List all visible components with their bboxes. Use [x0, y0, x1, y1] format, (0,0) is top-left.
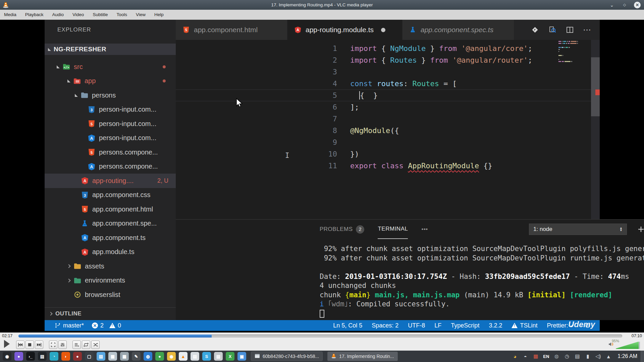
minimize-button[interactable]: ⌄ [608, 2, 615, 8]
taskbar-app-blue-app[interactable]: ◍ [144, 352, 152, 361]
split-editor-button[interactable] [566, 25, 574, 34]
terminal-output[interactable]: 92% after chunk asset optimization Sourc… [320, 244, 644, 318]
taskbar-clock[interactable]: 1:26 AM [618, 353, 637, 359]
previous-button[interactable] [16, 341, 24, 349]
taskbar-app-image-viewer-2[interactable]: ▦ [120, 352, 129, 361]
tab-problems[interactable]: PROBLEMS 2 [320, 220, 364, 239]
tree-item-persons-compone-[interactable]: 5persons.compone... [45, 145, 176, 160]
extended-settings-button[interactable] [58, 341, 67, 349]
taskbar-app-chrome[interactable]: ◉ [167, 352, 176, 361]
tray-language-indicator[interactable]: EN [543, 353, 549, 359]
editor-scrollbar[interactable] [591, 40, 600, 219]
code-line-1[interactable]: 1import { NgModule } from '@angular/core… [176, 43, 591, 54]
tree-item-app-component-spe-[interactable]: app.component.spe... [45, 217, 176, 231]
loop-button[interactable] [82, 341, 90, 349]
taskbar-app-blue-doc[interactable]: ▣ [237, 352, 246, 361]
taskbar-window-files[interactable]: 60b84280-c743-4fc9-b58... [251, 352, 323, 361]
tab-app-component-html[interactable]: 5app.component.html [176, 20, 287, 40]
code-line-7[interactable]: 7 [176, 113, 591, 125]
taskbar-app-violet-app[interactable]: ● [14, 352, 23, 361]
tree-item-browserslist[interactable]: browserslist [45, 288, 176, 302]
code-line-2[interactable]: 2import { Routes } from '@angular/router… [176, 54, 591, 66]
open-preview-button[interactable] [548, 25, 557, 34]
tree-item-app-component-ts[interactable]: Aapp.component.ts [45, 231, 176, 245]
taskbar-app-green-app[interactable]: ● [155, 352, 164, 361]
stop-button[interactable] [25, 341, 34, 349]
menu-media[interactable]: Media [4, 12, 16, 17]
menu-subtitle[interactable]: Subtitle [93, 12, 108, 17]
tree-item-person-input-com-[interactable]: 5person-input.com... [45, 117, 176, 131]
code-line-4[interactable]: 4const routes: Routes = [ [176, 78, 591, 89]
tree-item-app-module-ts[interactable]: Aapp.module.ts [45, 245, 176, 259]
taskbar-app-gimp[interactable]: ✎ [132, 352, 141, 361]
tab-terminal[interactable]: TERMINAL [378, 220, 408, 239]
tree-item-app-component-css[interactable]: 3app.component.css [45, 188, 176, 202]
tray-clipboard[interactable]: ▤ [574, 353, 580, 359]
tree-item-app-component-html[interactable]: 5app.component.html [45, 202, 176, 217]
taskbar-app-terminal-dark[interactable]: ›_ [26, 352, 35, 361]
tree-item-assets[interactable]: assets [45, 259, 176, 274]
open-changes-button[interactable] [531, 25, 539, 34]
code-line-3[interactable]: 3 [176, 66, 591, 78]
seek-bar[interactable] [18, 335, 622, 338]
tab-app-component-spec-ts[interactable]: app.component.spec.ts [402, 20, 514, 40]
code-line-11[interactable]: 11export class AppRoutingModule {} [176, 160, 591, 172]
git-branch-indicator[interactable]: master* [55, 322, 84, 329]
status-indentation[interactable]: Spaces: 2 [372, 322, 398, 329]
tray-globe[interactable]: ◍ [553, 353, 559, 359]
menu-help[interactable]: Help [154, 12, 164, 17]
taskbar-app-teal-browser[interactable]: ◔ [50, 352, 58, 361]
tree-item-app[interactable]: app [45, 74, 176, 88]
video-frame[interactable]: EXPLORER NG-REFRESHER </>srcapppersons3p… [0, 20, 644, 333]
taskbar-app-light-app[interactable]: ▧ [214, 352, 223, 361]
taskbar-app-console-app[interactable]: ▤ [38, 352, 47, 361]
taskbar-app-firefox[interactable]: ◗ [61, 352, 70, 361]
project-root-row[interactable]: NG-REFRESHER [45, 44, 176, 55]
taskbar-app-file-manager[interactable]: ▤ [97, 352, 105, 361]
next-button[interactable] [35, 341, 43, 349]
taskbar-app-skype[interactable]: S [202, 352, 211, 361]
taskbar-window-vlc[interactable]: 17. Implementing Routin... [327, 352, 397, 361]
tab-app-routing-module-ts[interactable]: Aapp-routing.module.ts [287, 20, 402, 40]
code-line-8[interactable]: 8@NgModule({ [176, 125, 591, 136]
code-editor[interactable]: 1import { NgModule } from '@angular/core… [176, 40, 591, 219]
tray-network[interactable]: ▲ [605, 353, 611, 359]
tree-item-environments[interactable]: environments [45, 274, 176, 288]
new-terminal-button[interactable] [636, 225, 644, 234]
taskbar-app-dark-red-app[interactable]: ● [73, 352, 82, 361]
menu-audio[interactable]: Audio [52, 12, 64, 17]
code-line-9[interactable]: 9 [176, 136, 591, 148]
show-desktop-button[interactable] [641, 351, 644, 362]
status-tslint[interactable]: TSLint [512, 322, 537, 329]
status-encoding[interactable]: UTF-8 [408, 322, 425, 329]
minimap[interactable] [558, 41, 589, 63]
taskbar-app-vlc[interactable]: ▲ [179, 352, 187, 361]
tray-battery[interactable]: ▮ [585, 353, 591, 359]
menu-playback[interactable]: Playback [25, 12, 44, 17]
scrollbar-thumb[interactable] [591, 57, 600, 116]
tray-keyboard-layout[interactable]: ▩ [533, 353, 539, 359]
tray-volume[interactable]: ◁) [595, 353, 601, 359]
tray-color-profile[interactable]: ◕ [512, 353, 518, 359]
playlist-button[interactable] [72, 341, 81, 349]
status-eol[interactable]: LF [434, 322, 441, 329]
taskbar-app-window-app[interactable]: ▢ [85, 352, 94, 361]
tray-notifications[interactable]: ◓ [522, 353, 528, 359]
tree-item-persons[interactable]: persons [45, 88, 176, 103]
tree-item-person-input-com-[interactable]: Aperson-input.com... [45, 131, 176, 145]
tree-item-src[interactable]: </>src [45, 60, 176, 74]
status-cursor-position[interactable]: Ln 5, Col 5 [333, 322, 362, 329]
tree-item-person-input-com-[interactable]: 3person-input.com... [45, 103, 176, 117]
terminal-select[interactable]: 1: node ▲▼ [529, 224, 627, 235]
tree-item-app-routing-[interactable]: Aapp-routing....2, U [45, 174, 176, 188]
status-version[interactable]: 3.2.2 [489, 322, 502, 329]
play-button[interactable] [3, 340, 10, 348]
more-actions-button[interactable]: ⋯ [583, 25, 592, 35]
menu-tools[interactable]: Tools [116, 12, 127, 17]
maximize-button[interactable]: ◇ [621, 2, 628, 8]
menu-view[interactable]: View [136, 12, 146, 17]
panel-more-tabs[interactable]: ••• [421, 220, 428, 239]
taskbar-app-calc-app[interactable]: X [226, 352, 234, 361]
random-button[interactable] [91, 341, 100, 349]
taskbar-app-writer-doc[interactable]: ▤ [191, 352, 199, 361]
